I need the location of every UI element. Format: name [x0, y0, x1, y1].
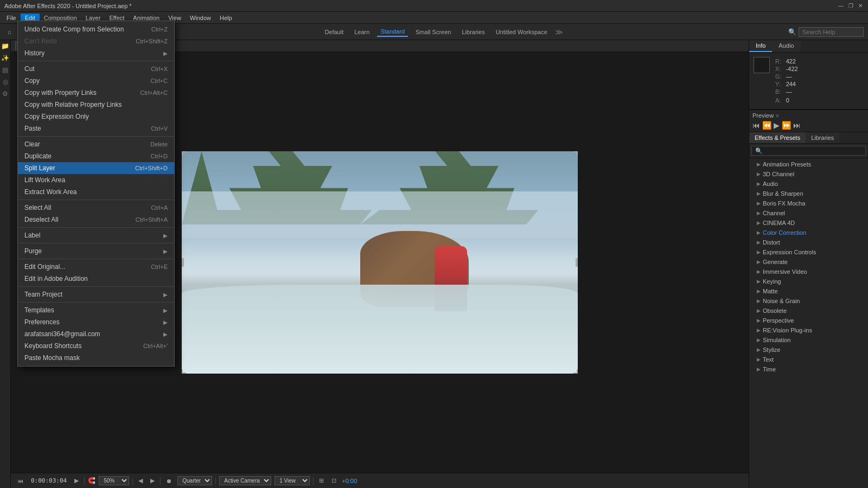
ctx-team-project[interactable]: Team Project ▶ [18, 288, 174, 300]
ctx-lift-work-area[interactable]: Lift Work Area [18, 174, 174, 186]
ctx-edit-audition-label: Edit in Adobe Audition [24, 275, 88, 282]
ctx-keyboard-label: Keyboard Shortcuts [24, 342, 81, 350]
ctx-redo-label: Can't Redo [24, 37, 57, 45]
ctx-split-layer-shortcut: Ctrl+Shift+D [135, 165, 168, 171]
ctx-label[interactable]: Label ▶ [18, 229, 174, 241]
ctx-select-all[interactable]: Select All Ctrl+A [18, 202, 174, 214]
ctx-copy-shortcut: Ctrl+C [151, 78, 168, 84]
ctx-undo-shortcut: Ctrl+Z [151, 26, 168, 33]
ctx-extract-work-area[interactable]: Extract Work Area [18, 186, 174, 198]
ctx-keyboard-shortcuts[interactable]: Keyboard Shortcuts Ctrl+Alt+' [18, 340, 174, 352]
ctx-copy-expression[interactable]: Copy Expression Only [18, 111, 174, 123]
ctx-split-layer-label: Split Layer [24, 164, 55, 172]
ctx-history[interactable]: History ▶ [18, 47, 174, 59]
ctx-sep-7 [18, 286, 174, 287]
ctx-duplicate-shortcut: Ctrl+D [151, 153, 168, 159]
ctx-copy-expression-label: Copy Expression Only [24, 113, 89, 120]
ctx-split-layer[interactable]: Split Layer Ctrl+Shift+D [18, 162, 174, 174]
ctx-preferences-arrow: ▶ [163, 319, 168, 325]
ctx-paste-label: Paste [24, 125, 41, 132]
ctx-label-label: Label [24, 232, 40, 239]
ctx-cut[interactable]: Cut Ctrl+X [18, 63, 174, 75]
ctx-redo-shortcut: Ctrl+Shift+Z [136, 38, 168, 44]
ctx-history-label: History [24, 49, 44, 57]
ctx-undo-label: Undo Create Comp from Selection [24, 25, 124, 33]
edit-context-menu: Undo Create Comp from Selection Ctrl+Z C… [17, 21, 175, 367]
ctx-templates-label: Templates [24, 306, 54, 314]
ctx-edit-audition[interactable]: Edit in Adobe Audition [18, 273, 174, 285]
ctx-edit-original-label: Edit Original... [24, 263, 65, 271]
ctx-templates-arrow: ▶ [163, 307, 168, 313]
ctx-select-all-label: Select All [24, 204, 51, 211]
ctx-sep-3 [18, 200, 174, 200]
ctx-preferences[interactable]: Preferences ▶ [18, 316, 174, 328]
ctx-label-arrow: ▶ [163, 233, 168, 239]
ctx-cut-shortcut: Ctrl+X [151, 66, 168, 72]
ctx-sep-1 [18, 61, 174, 61]
context-menu-overlay[interactable]: Undo Create Comp from Selection Ctrl+Z C… [0, 0, 868, 488]
ctx-team-arrow: ▶ [163, 292, 168, 298]
ctx-paste-mocha-label: Paste Mocha mask [24, 354, 80, 362]
ctx-paste[interactable]: Paste Ctrl+V [18, 123, 174, 134]
ctx-paste-shortcut: Ctrl+V [151, 125, 168, 132]
ctx-account[interactable]: arafatsani364@gmail.com ▶ [18, 328, 174, 340]
ctx-clear-label: Clear [24, 140, 40, 148]
ctx-duplicate-label: Duplicate [24, 152, 52, 160]
ctx-sep-5 [18, 243, 174, 243]
ctx-sep-2 [18, 136, 174, 137]
ctx-extract-label: Extract Work Area [24, 188, 76, 196]
ctx-edit-original-shortcut: Ctrl+E [151, 264, 168, 270]
ctx-sep-4 [18, 227, 174, 228]
ctx-purge-label: Purge [24, 247, 42, 255]
ctx-purge-arrow: ▶ [163, 248, 168, 254]
ctx-keyboard-shortcut: Ctrl+Alt+' [143, 343, 168, 349]
ctx-purge[interactable]: Purge ▶ [18, 245, 174, 257]
ctx-templates[interactable]: Templates ▶ [18, 304, 174, 316]
ctx-lift-label: Lift Work Area [24, 176, 65, 184]
ctx-cut-label: Cut [24, 65, 35, 73]
ctx-sep-6 [18, 259, 174, 259]
ctx-redo: Can't Redo Ctrl+Shift+Z [18, 35, 174, 47]
ctx-copy-relative[interactable]: Copy with Relative Property Links [18, 99, 174, 111]
ctx-sep-8 [18, 302, 174, 303]
ctx-undo[interactable]: Undo Create Comp from Selection Ctrl+Z [18, 23, 174, 35]
ctx-edit-original[interactable]: Edit Original... Ctrl+E [18, 261, 174, 273]
ctx-team-project-label: Team Project [24, 291, 62, 298]
ctx-copy-property-shortcut: Ctrl+Alt+C [140, 89, 168, 96]
ctx-history-arrow: ▶ [163, 50, 168, 56]
ctx-clear-shortcut: Delete [150, 141, 168, 147]
ctx-select-all-shortcut: Ctrl+A [151, 204, 168, 211]
ctx-preferences-label: Preferences [24, 318, 60, 326]
ctx-deselect-all[interactable]: Deselect All Ctrl+Shift+A [18, 214, 174, 226]
ctx-copy[interactable]: Copy Ctrl+C [18, 75, 174, 87]
ctx-account-arrow: ▶ [163, 331, 168, 337]
ctx-paste-mocha[interactable]: Paste Mocha mask [18, 352, 174, 364]
ctx-copy-property-links[interactable]: Copy with Property Links Ctrl+Alt+C [18, 87, 174, 99]
ctx-duplicate[interactable]: Duplicate Ctrl+D [18, 150, 174, 162]
ctx-deselect-shortcut: Ctrl+Shift+A [136, 216, 168, 223]
ctx-copy-property-links-label: Copy with Property Links [24, 89, 97, 97]
ctx-account-label: arafatsani364@gmail.com [24, 330, 100, 338]
ctx-clear[interactable]: Clear Delete [18, 138, 174, 150]
ctx-copy-label: Copy [24, 77, 40, 85]
ctx-deselect-all-label: Deselect All [24, 216, 59, 223]
ctx-copy-relative-label: Copy with Relative Property Links [24, 101, 122, 108]
